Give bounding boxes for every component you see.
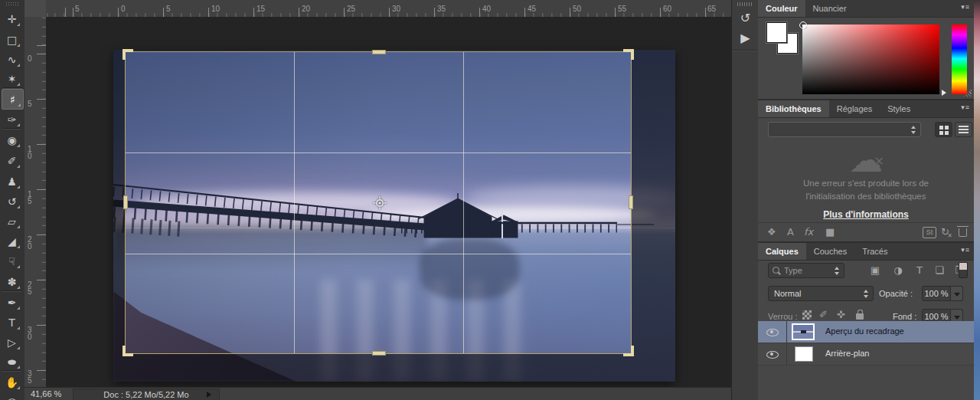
eraser-tool[interactable]: ▱ [2,211,22,231]
panel-menu-icon[interactable]: ▾≡ [961,103,970,111]
collapsed-panel-dock: ↺ ▶ [731,0,760,400]
grid-view-button[interactable] [935,122,952,137]
panel-menu-icon[interactable]: ▾≡ [961,246,970,254]
canvas-pasteboard[interactable] [46,17,731,387]
crop-handle-bottom[interactable] [372,351,386,356]
crop-handle-right[interactable] [629,195,633,209]
ruler-origin-box[interactable] [24,0,47,18]
crop-handle-top-right[interactable] [623,49,634,60]
clone-stamp-tool[interactable]: ♟ [2,172,22,191]
layer-visibility-cell[interactable] [758,321,787,343]
dock-separator [732,50,759,51]
foreground-color-swatch[interactable] [766,22,787,43]
vertical-ruler[interactable]: 05101520253035 [24,17,47,387]
panel-tab[interactable]: Bibliothèques [758,100,829,117]
layer-row[interactable]: Aperçu du recadrage [758,321,974,343]
sync-error-icon[interactable]: ↻ ✕ [941,226,949,238]
panel-tab[interactable]: Nuancier [805,0,854,17]
panel-tab[interactable]: Calques [758,243,806,260]
tool-glyph: ✽ [8,277,17,287]
magic-wand-tool[interactable]: ✶ [2,69,22,88]
filter-type-layers-icon[interactable]: T [912,263,927,278]
layer-filter-dropdown[interactable]: Type [768,263,844,278]
crop-handle-top[interactable] [372,50,386,54]
paint-bucket-tool[interactable]: ◢ [2,231,22,251]
brush-tool[interactable]: ✐ [2,151,22,170]
add-layer-style-icon[interactable]: fx [804,226,813,238]
panel-tab[interactable]: Couleur [758,0,805,17]
libraries-panel-tabs: BibliothèquesRéglagesStyles [758,100,974,118]
sponge-tool[interactable]: ✽ [2,272,22,291]
delete-item-icon[interactable] [959,228,967,237]
add-character-style-icon[interactable]: A [787,226,794,238]
marquee-tool[interactable]: □ [2,30,22,49]
doc-info-box[interactable]: Doc : 5,22 Mo/5,22 Mo [73,389,220,400]
opacity-value[interactable]: 100 % [922,286,951,301]
healing-tool[interactable]: ◉ [2,130,22,149]
shape-tool[interactable]: ● [2,352,22,371]
layer-filter-toggle[interactable] [959,262,968,278]
filter-adjustment-layers-icon[interactable]: ◑ [890,263,906,278]
crop-handle-bottom-right[interactable] [623,346,634,356]
zoom-tool[interactable]: ◯ [2,391,22,400]
opacity-dropdown-button[interactable] [951,286,963,301]
move-tool[interactable]: ✛ [2,9,22,28]
layer-visibility-cell[interactable] [758,343,787,365]
path-select-tool[interactable]: ▷ [2,333,22,352]
actions-panel-icon[interactable]: ▶ [732,31,759,45]
blend-mode-dropdown[interactable]: Normal [768,286,874,301]
crop-tool[interactable]: ♯ [2,89,24,110]
crop-pivot-crosshair[interactable] [373,196,387,210]
crop-handle-top-left[interactable] [122,49,133,60]
type-tool[interactable]: T [2,313,22,332]
eye-icon[interactable] [766,329,779,336]
more-info-link[interactable]: Plus d'informations [823,209,909,220]
lock-all-icon[interactable] [856,313,864,320]
lock-position-icon[interactable]: ✜ [837,309,845,320]
add-graphic-icon[interactable]: ❖ [767,226,776,238]
dock-grip[interactable] [737,2,753,6]
panel-tab[interactable]: Couches [806,243,854,260]
saturation-brightness-field[interactable] [802,25,939,94]
smudge-tool[interactable]: ☟ [2,251,22,270]
tool-glyph: T [8,317,15,328]
filter-shape-layers-icon[interactable]: ❏ [932,263,947,278]
panel-menu-icon[interactable]: ▾≡ [961,3,970,11]
layers-panel-tabs: CalquesCouchesTracés [758,243,974,261]
zoom-level[interactable]: 41,66 % [31,389,61,398]
crop-handle-left[interactable] [123,195,128,209]
history-brush-tool[interactable]: ↺ [2,192,22,211]
crop-handle-bottom-left[interactable] [122,346,133,356]
add-color-swatch-icon[interactable]: ■ [825,226,835,238]
lasso-tool[interactable]: ∿ [2,50,22,69]
horizontal-ruler[interactable]: 505101520253035404550556065 [46,0,731,18]
layer-thumbnail[interactable] [792,323,815,340]
eyedropper-tool[interactable]: ✑ [2,110,22,129]
toolbar-grip[interactable] [6,2,18,6]
panel-tab[interactable]: Tracés [854,243,895,260]
hue-slider-marker[interactable] [942,90,946,96]
eye-icon[interactable] [766,351,779,359]
hand-tool[interactable]: ✋ [2,372,22,392]
history-panel-icon[interactable]: ↺ [732,11,759,25]
library-select-dropdown[interactable] [768,122,921,137]
adobe-stock-icon[interactable]: St [923,227,936,238]
ruler-label: 5 [75,5,80,13]
layer-thumbnail[interactable] [795,346,813,362]
layer-row[interactable]: Arrière-plan [758,343,974,366]
ruler-label: 55 [618,5,626,13]
hue-slider[interactable] [952,25,967,94]
tool-glyph: ✒ [8,297,17,308]
doc-info-menu-arrow[interactable] [207,392,211,398]
panel-dock: CouleurNuancier ▾≡ BibliothèquesRéglages… [758,0,974,400]
lock-pixels-icon[interactable]: ✐ [819,309,828,320]
pen-tool[interactable]: ✒ [2,293,22,312]
panel-tab[interactable]: Styles [880,100,918,117]
layer-name: Arrière-plan [825,349,869,358]
lock-transparency-icon[interactable] [802,310,812,320]
tool-glyph: □ [7,34,17,45]
color-picker-circle[interactable] [799,21,807,29]
list-view-button[interactable] [955,122,972,137]
filter-pixel-layers-icon[interactable]: ▣ [867,263,883,278]
panel-tab[interactable]: Réglages [829,100,880,117]
